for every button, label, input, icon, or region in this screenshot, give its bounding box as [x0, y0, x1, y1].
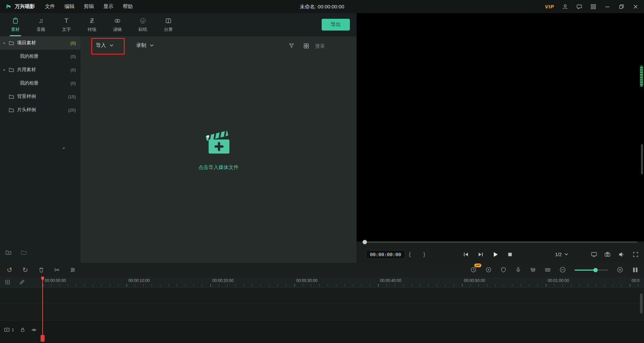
delete-icon[interactable] — [38, 267, 44, 273]
preview-panel: 00:00:00:00 { } 1/2 — [357, 13, 644, 263]
zoom-out-icon[interactable] — [559, 267, 566, 273]
redo-icon[interactable]: ↻ — [22, 267, 28, 273]
maximize-button[interactable] — [619, 4, 625, 10]
audio-level-meter — [640, 66, 643, 87]
menu-view[interactable]: 显示 — [103, 3, 113, 10]
tab-sticker[interactable]: 贴纸 — [130, 13, 156, 36]
feedback-icon[interactable] — [576, 4, 582, 10]
ruler-label: 00:00:00:00 — [45, 278, 66, 283]
close-button[interactable] — [633, 4, 639, 10]
lock-icon[interactable] — [20, 327, 25, 333]
menubar-right: VIP — [545, 4, 639, 10]
sidebar-item-project-media[interactable]: ▾ 项目素材 (0) — [0, 36, 80, 50]
track-height-toggle-icon[interactable] — [632, 267, 639, 273]
account-icon[interactable] — [562, 4, 568, 10]
media-library-sidebar: ▾ 项目素材 (0) 我的相册 (0) ▾ 共用素材 (0) 我的相册 — [0, 36, 80, 263]
delete-folder-icon[interactable] — [21, 249, 27, 255]
import-dropdown[interactable]: 导入 — [96, 42, 113, 49]
tab-label: 素材 — [11, 26, 20, 33]
menu-file[interactable]: 文件 — [45, 3, 55, 10]
proxy-play-icon[interactable] — [485, 267, 492, 273]
timeline: 00:00:00:00 00:00:10:00 00:00:20:00 00:0… — [0, 277, 644, 343]
stop-button[interactable] — [507, 252, 513, 257]
adjust-icon[interactable] — [70, 267, 76, 273]
play-button[interactable] — [493, 251, 498, 257]
render-preview-icon[interactable]: VIP — [470, 267, 477, 273]
playhead[interactable] — [42, 277, 43, 340]
next-frame-button[interactable] — [478, 252, 483, 257]
app-logo-icon — [5, 4, 11, 10]
import-media-empty-state[interactable]: 点击导入媒体文件 — [80, 127, 357, 171]
zoom-in-icon[interactable] — [617, 267, 623, 273]
new-folder-icon[interactable] — [5, 249, 11, 255]
zoom-slider-knob[interactable] — [593, 268, 598, 272]
tab-splitscreen[interactable]: 分屏 — [156, 13, 181, 36]
filter-funnel-icon[interactable] — [288, 43, 294, 49]
tab-transition[interactable]: Ƶ 转场 — [79, 13, 105, 36]
preview-quality-dropdown[interactable]: 1/2 — [555, 252, 568, 257]
sidebar-item-intro-samples[interactable]: 片头样例 (20) — [0, 103, 80, 117]
sidebar-collapse-icon[interactable]: ◂ — [62, 146, 64, 150]
timeline-ruler[interactable]: 00:00:00:00 00:00:10:00 00:00:20:00 00:0… — [0, 277, 644, 288]
caret-down-icon[interactable]: ▾ — [3, 41, 9, 45]
seek-handle[interactable] — [363, 240, 367, 244]
workspace-icon[interactable] — [590, 4, 596, 10]
sidebar-item-background-samples[interactable]: 背景样例 (15) — [0, 90, 80, 103]
sidebar-item-my-album-2[interactable]: 我的相册 (0) — [0, 76, 80, 90]
splitscreen-tab-icon — [165, 17, 172, 24]
split-scissors-icon[interactable]: ✂ — [54, 267, 60, 273]
tab-label: 音频 — [37, 26, 45, 33]
sidebar-item-shared-media[interactable]: ▾ 共用素材 (0) — [0, 63, 80, 76]
timeline-tools — [5, 279, 25, 285]
import-label: 导入 — [96, 42, 106, 49]
tab-filter[interactable]: 滤镜 — [105, 13, 130, 36]
eye-icon[interactable] — [31, 327, 37, 333]
video-track-icon[interactable] — [4, 327, 10, 333]
mark-out-button[interactable]: } — [423, 251, 425, 258]
tab-text[interactable]: T 文字 — [54, 13, 79, 36]
menu-help[interactable]: 帮助 — [123, 3, 133, 10]
folder-icon — [9, 67, 14, 72]
ripple-edit-icon[interactable] — [545, 267, 551, 273]
audio-tab-icon: ♫ — [39, 17, 43, 24]
mark-in-button[interactable]: { — [409, 251, 411, 258]
menu-edit[interactable]: 编辑 — [64, 3, 74, 10]
tab-audio[interactable]: ♫ 音频 — [28, 13, 54, 36]
microphone-icon[interactable] — [515, 267, 521, 273]
grid-view-icon[interactable] — [303, 43, 309, 49]
timeline-scrollbar[interactable] — [640, 293, 643, 313]
tab-label: 文字 — [62, 26, 71, 33]
undo-icon[interactable]: ↺ — [7, 267, 12, 273]
sidebar-item-count: (15) — [68, 94, 76, 99]
mask-shield-icon[interactable] — [500, 267, 506, 273]
menu-clip[interactable]: 剪辑 — [84, 3, 94, 10]
ruler-label: 00:01:00:00 — [548, 278, 569, 283]
add-to-timeline-icon[interactable] — [5, 279, 10, 285]
snapshot-camera-icon[interactable] — [604, 251, 610, 258]
link-clips-icon[interactable] — [19, 279, 25, 285]
minimize-button[interactable] — [604, 4, 610, 10]
sidebar-item-my-album-1[interactable]: 我的相册 (0) — [0, 50, 80, 63]
previous-frame-button[interactable] — [463, 252, 469, 257]
preview-controls: 00:00:00:00 { } 1/2 — [357, 246, 644, 263]
speaker-icon[interactable] — [619, 251, 625, 258]
feature-tabs: 素材 ♫ 音频 T 文字 Ƶ 转场 滤镜 — [0, 13, 357, 36]
display-device-icon[interactable] — [591, 251, 597, 258]
record-dropdown[interactable]: 录制 — [136, 42, 154, 49]
seek-bar[interactable] — [363, 241, 637, 243]
audio-mixer-icon[interactable] — [530, 267, 536, 273]
chevron-down-icon — [110, 44, 113, 47]
fullscreen-icon[interactable] — [633, 251, 639, 258]
empty-state-text[interactable]: 点击导入媒体文件 — [199, 164, 239, 171]
tab-media[interactable]: 素材 — [3, 13, 28, 36]
folder-icon — [9, 94, 14, 99]
vip-badge[interactable]: VIP — [545, 4, 554, 9]
timeline-zoom-slider[interactable] — [575, 268, 608, 272]
folder-icon — [9, 107, 14, 113]
caret-down-icon[interactable]: ▾ — [3, 68, 9, 72]
export-button[interactable]: 导出 — [322, 19, 350, 31]
sidebar-item-label: 我的相册 — [20, 53, 39, 59]
tab-label: 分屏 — [164, 26, 173, 33]
video-canvas — [357, 13, 644, 241]
preview-scrollbar[interactable] — [641, 144, 643, 174]
